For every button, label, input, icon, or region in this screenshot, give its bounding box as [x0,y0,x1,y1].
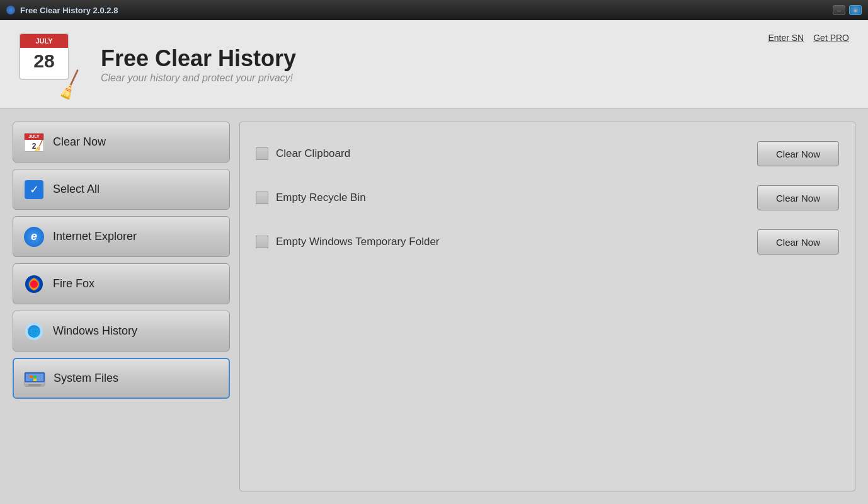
sidebar: JULY 2 🧹 Clear Now ✓ Select All e [13,122,230,491]
header-links: Enter SN Get PRO [768,33,849,43]
app-title: Free Clear History [101,45,849,72]
svg-point-2 [30,280,38,288]
label-temp-folder: Empty Windows Temporary Folder [276,236,440,248]
content-row-temp-left: Empty Windows Temporary Folder [256,236,440,248]
clear-now-recycle-button[interactable]: Clear Now [757,185,839,210]
windows-history-icon: 🌐 [23,320,45,343]
label-recycle-bin: Empty Recycle Bin [276,192,366,204]
content-row-temp-folder: Empty Windows Temporary Folder Clear Now [256,229,839,255]
app-window: JULY 28 🧹 Free Clear History Clear your … [0,20,868,504]
checkbox-icon: ✓ [23,178,45,201]
checkbox-recycle-bin[interactable] [256,192,268,204]
checkbox-clipboard[interactable] [256,147,268,160]
clear-now-temp-button[interactable]: Clear Now [757,229,839,255]
sidebar-item-firefox[interactable]: Fire Fox [13,263,230,304]
sidebar-clear-now-label: Clear Now [53,135,106,149]
header-logo: JULY 28 🧹 [19,33,82,96]
sidebar-firefox-label: Fire Fox [53,277,94,290]
content-row-recycle-bin: Empty Recycle Bin Clear Now [256,185,839,210]
firefox-icon [23,273,45,295]
calendar-broom-icon: JULY 2 🧹 [23,131,45,154]
svg-rect-14 [33,379,37,381]
calendar-month: JULY [20,34,68,48]
calendar-icon: JULY 28 [19,33,69,80]
content-row-clipboard-left: Clear Clipboard [256,147,350,160]
system-files-icon [23,367,46,390]
sidebar-select-all-label: Select All [53,183,100,196]
content-row-recycle-left: Empty Recycle Bin [256,192,366,204]
app-subtitle: Clear your history and protect your priv… [101,72,849,84]
title-bar-controls: – ● [833,5,862,15]
svg-rect-13 [30,379,33,381]
main-content: JULY 2 🧹 Clear Now ✓ Select All e [0,109,868,504]
clear-now-clipboard-button[interactable]: Clear Now [757,141,839,166]
calendar-day: 28 [20,48,68,71]
checkbox-temp-folder[interactable] [256,236,268,248]
close-button[interactable]: ● [849,5,862,15]
sidebar-item-select-all[interactable]: ✓ Select All [13,169,230,210]
sidebar-item-internet-explorer[interactable]: e Internet Explorer [13,216,230,257]
header-text: Free Clear History Clear your history an… [101,45,849,83]
title-bar-text: Free Clear History 2.0.2.8 [20,6,118,15]
sidebar-item-windows-history[interactable]: 🌐 Windows History [13,311,230,352]
sidebar-ie-label: Internet Explorer [53,230,137,243]
sidebar-windows-history-label: Windows History [53,324,137,338]
minimize-button[interactable]: – [833,5,845,15]
get-pro-link[interactable]: Get PRO [813,33,849,43]
title-bar-left: Free Clear History 2.0.2.8 [6,6,118,15]
content-row-clipboard: Clear Clipboard Clear Now [256,141,839,166]
header: JULY 28 🧹 Free Clear History Clear your … [0,20,868,109]
label-clipboard: Clear Clipboard [276,147,350,160]
svg-rect-10 [28,384,41,386]
title-bar: Free Clear History 2.0.2.8 – ● [0,0,868,20]
sidebar-system-files-label: System Files [54,372,118,385]
ie-icon: e [23,226,45,248]
svg-rect-11 [30,375,33,378]
enter-sn-link[interactable]: Enter SN [768,33,804,43]
app-icon [6,6,15,14]
content-panel: Clear Clipboard Clear Now Empty Recycle … [239,122,855,491]
svg-text:🌐: 🌐 [29,327,40,338]
sidebar-item-clear-now[interactable]: JULY 2 🧹 Clear Now [13,122,230,163]
svg-rect-12 [33,375,37,378]
sidebar-item-system-files[interactable]: System Files [13,358,230,399]
